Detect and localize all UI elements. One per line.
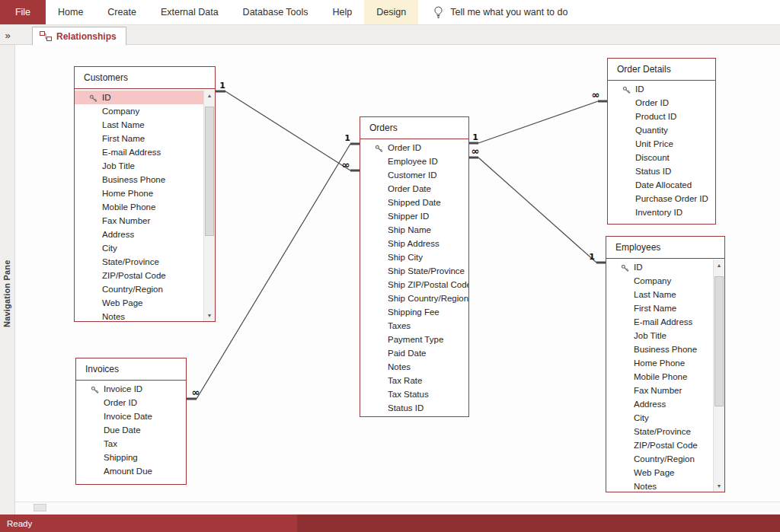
table-vertical-scrollbar[interactable]: ▲▼ — [713, 260, 724, 492]
field-order-id[interactable]: Order ID — [360, 141, 468, 155]
table-orders[interactable]: OrdersOrder IDEmployee IDCustomer IDOrde… — [360, 116, 469, 417]
relationship-orders-order-details[interactable]: 1∞ — [469, 89, 607, 143]
field-discount[interactable]: Discount — [608, 151, 715, 164]
relationship-customers-orders[interactable]: 1∞ — [216, 81, 360, 170]
field-fax-number[interactable]: Fax Number — [75, 214, 203, 228]
field-status-id[interactable]: Status ID — [608, 164, 715, 178]
ribbon-tab-database-tools[interactable]: Database Tools — [231, 0, 321, 24]
field-customer-id[interactable]: Customer ID — [360, 168, 468, 182]
horizontal-scrollbar-thumb[interactable] — [34, 504, 46, 511]
field-country-region[interactable]: Country/Region — [75, 282, 203, 296]
table-title[interactable]: Customers — [75, 67, 215, 89]
field-invoice-id[interactable]: Invoice ID — [76, 382, 186, 396]
relationships-canvas[interactable]: 1∞1∞1∞∞1 CustomersIDCompanyLast NameFirs… — [15, 45, 780, 514]
field-tax[interactable]: Tax — [76, 437, 186, 451]
field-web-page[interactable]: Web Page — [75, 296, 203, 310]
table-title[interactable]: Invoices — [76, 358, 186, 381]
relationship-orders-employees[interactable]: ∞1 — [469, 145, 606, 263]
scroll-down-arrow[interactable]: ▼ — [204, 310, 215, 321]
field-notes[interactable]: Notes — [360, 360, 468, 374]
field-business-phone[interactable]: Business Phone — [75, 173, 203, 186]
field-job-title[interactable]: Job Title — [75, 159, 203, 173]
field-order-date[interactable]: Order Date — [360, 182, 468, 196]
field-paid-date[interactable]: Paid Date — [360, 346, 468, 360]
field-job-title[interactable]: Job Title — [606, 329, 713, 342]
field-company[interactable]: Company — [606, 274, 713, 288]
field-purchase-order-id[interactable]: Purchase Order ID — [608, 192, 715, 205]
field-invoice-date[interactable]: Invoice Date — [76, 409, 186, 423]
field-state-province[interactable]: State/Province — [75, 255, 203, 269]
field-inventory-id[interactable]: Inventory ID — [608, 205, 715, 219]
ribbon-tab-design[interactable]: Design — [364, 0, 418, 24]
ribbon-tab-home[interactable]: Home — [46, 0, 95, 24]
table-vertical-scrollbar[interactable]: ▲▼ — [203, 90, 215, 321]
field-city[interactable]: City — [606, 411, 713, 425]
field-fax-number[interactable]: Fax Number — [606, 384, 713, 397]
scroll-thumb[interactable] — [205, 107, 214, 236]
field-ship-country-region[interactable]: Ship Country/Region — [360, 291, 468, 305]
field-company[interactable]: Company — [75, 104, 203, 118]
ribbon-tab-external-data[interactable]: External Data — [149, 0, 231, 24]
field-zip-postal-code[interactable]: ZIP/Postal Code — [606, 438, 713, 452]
table-title[interactable]: Order Details — [608, 59, 715, 81]
scroll-track[interactable] — [714, 271, 724, 480]
field-address[interactable]: Address — [75, 228, 203, 241]
field-shipper-id[interactable]: Shipper ID — [360, 209, 468, 223]
field-e-mail-address[interactable]: E-mail Address — [606, 315, 713, 329]
field-order-id[interactable]: Order ID — [608, 96, 715, 110]
field-last-name[interactable]: Last Name — [75, 118, 203, 132]
field-unit-price[interactable]: Unit Price — [608, 137, 715, 151]
field-due-date[interactable]: Due Date — [76, 423, 186, 437]
field-ship-address[interactable]: Ship Address — [360, 237, 468, 250]
field-id[interactable]: ID — [606, 260, 713, 274]
field-web-page[interactable]: Web Page — [606, 466, 713, 479]
field-id[interactable]: ID — [75, 91, 203, 104]
field-home-phone[interactable]: Home Phone — [75, 186, 203, 200]
field-amount-due[interactable]: Amount Due — [76, 464, 186, 478]
field-mobile-phone[interactable]: Mobile Phone — [606, 370, 713, 384]
field-shipped-date[interactable]: Shipped Date — [360, 196, 468, 209]
field-notes[interactable]: Notes — [75, 310, 203, 323]
file-tab[interactable]: File — [0, 0, 46, 24]
scroll-thumb[interactable] — [714, 276, 724, 406]
table-title[interactable]: Employees — [606, 237, 724, 259]
field-ship-city[interactable]: Ship City — [360, 250, 468, 264]
scroll-up-arrow[interactable]: ▲ — [714, 260, 724, 271]
field-state-province[interactable]: State/Province — [606, 425, 713, 438]
field-payment-type[interactable]: Payment Type — [360, 333, 468, 346]
field-date-allocated[interactable]: Date Allocated — [608, 178, 715, 192]
field-status-id[interactable]: Status ID — [360, 401, 468, 415]
navigation-pane-collapsed[interactable]: Navigation Pane — [0, 45, 15, 514]
scroll-track[interactable] — [204, 101, 215, 310]
table-title[interactable]: Orders — [360, 117, 468, 139]
field-order-id[interactable]: Order ID — [76, 396, 186, 409]
field-quantity[interactable]: Quantity — [608, 123, 715, 137]
table-order-details[interactable]: Order DetailsIDOrder IDProduct IDQuantit… — [607, 58, 716, 225]
table-employees[interactable]: EmployeesIDCompanyLast NameFirst NameE-m… — [606, 236, 725, 492]
field-ship-name[interactable]: Ship Name — [360, 223, 468, 237]
table-invoices[interactable]: InvoicesInvoice IDOrder IDInvoice DateDu… — [75, 358, 187, 485]
field-ship-state-province[interactable]: Ship State/Province — [360, 264, 468, 278]
field-business-phone[interactable]: Business Phone — [606, 342, 713, 356]
field-ship-zip-postal-code[interactable]: Ship ZIP/Postal Code — [360, 278, 468, 291]
ribbon-tab-help[interactable]: Help — [321, 0, 365, 24]
tab-relationships[interactable]: Relationships — [32, 27, 126, 45]
field-shipping[interactable]: Shipping — [76, 451, 186, 464]
field-employee-id[interactable]: Employee ID — [360, 155, 468, 168]
field-home-phone[interactable]: Home Phone — [606, 356, 713, 370]
field-shipping-fee[interactable]: Shipping Fee — [360, 305, 468, 319]
field-tax-rate[interactable]: Tax Rate — [360, 374, 468, 387]
tell-me[interactable]: Tell me what you want to do — [423, 0, 578, 24]
field-last-name[interactable]: Last Name — [606, 288, 713, 301]
field-tax-status[interactable]: Tax Status — [360, 387, 468, 401]
field-notes[interactable]: Notes — [606, 479, 713, 493]
table-customers[interactable]: CustomersIDCompanyLast NameFirst NameE-m… — [74, 66, 216, 322]
field-country-region[interactable]: Country/Region — [606, 452, 713, 466]
field-product-id[interactable]: Product ID — [608, 110, 715, 123]
ribbon-tab-create[interactable]: Create — [95, 0, 149, 24]
horizontal-scrollbar[interactable] — [15, 502, 780, 512]
scroll-down-arrow[interactable]: ▼ — [714, 480, 724, 492]
field-id[interactable]: ID — [608, 82, 715, 96]
field-taxes[interactable]: Taxes — [360, 319, 468, 333]
scroll-up-arrow[interactable]: ▲ — [204, 90, 215, 101]
